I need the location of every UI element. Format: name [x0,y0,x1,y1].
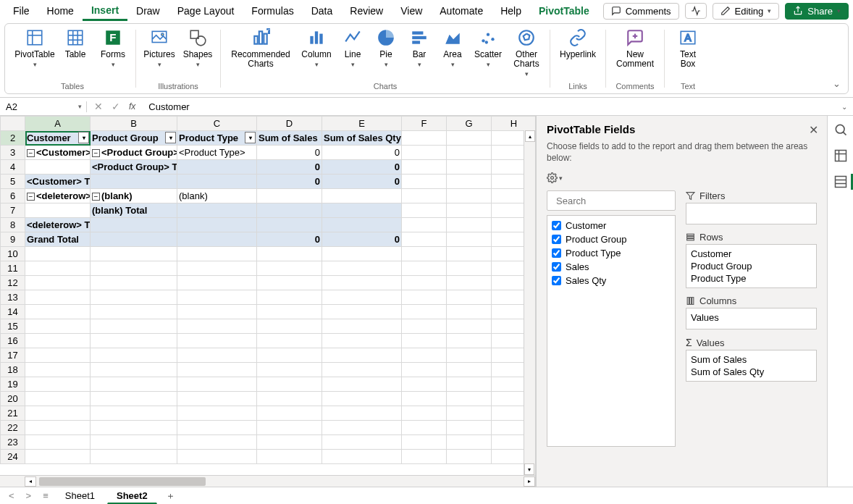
search-input[interactable] [556,196,678,206]
cell-B6[interactable]: −(blank) [91,189,177,203]
col-header-A[interactable]: A [25,117,91,131]
cell-D9[interactable]: 0 [257,232,322,247]
values-item-sum-sales[interactable]: Sum of Sales [691,353,812,366]
col-header-B[interactable]: B [91,117,177,131]
sheet-next-button[interactable]: > [22,490,36,501]
tab-data[interactable]: Data [303,2,342,20]
tab-file[interactable]: File [4,2,38,20]
cell-E4[interactable]: 0 [322,160,402,175]
rail-pivot-button[interactable] [833,148,849,164]
name-box[interactable]: A2▾ [0,101,87,112]
sheet-prev-button[interactable]: < [4,490,19,501]
cell-E9[interactable]: 0 [322,232,402,247]
tab-home[interactable]: Home [38,2,83,20]
filter-dropdown-product-type[interactable]: ▾ [245,132,256,143]
collapse-icon[interactable]: − [27,149,35,157]
collapse-icon[interactable]: − [92,149,100,157]
cell-D2[interactable]: Sum of Sales [257,131,322,146]
rows-dropzone[interactable]: Customer Product Group Product Type [686,244,817,288]
row-3[interactable]: 3 −<Customer> −<Product Group> <Product … [1,146,537,160]
filter-dropdown-customer[interactable]: ▾ [78,132,89,143]
tab-review[interactable]: Review [341,2,392,20]
cell-D4[interactable]: 0 [257,160,322,175]
activity-button[interactable] [685,3,707,19]
rows-item-product-group[interactable]: Product Group [691,260,812,272]
share-button[interactable]: Share ▾ [785,3,849,20]
tab-pivottable[interactable]: PivotTable [530,2,598,20]
area-chart-button[interactable]: Area▾ [440,27,466,68]
cell-D3[interactable]: 0 [257,146,322,160]
cell-A8[interactable]: <deleterow> Total [25,218,91,232]
cell-B3[interactable]: −<Product Group> [91,146,177,160]
row-5[interactable]: 5 <Customer> Total 0 0 [1,175,537,189]
sheet-tab-sheet2[interactable]: Sheet2 [107,488,157,504]
cell-B7[interactable]: (blank) Total [91,203,177,218]
col-header-H[interactable]: H [492,117,537,131]
field-customer[interactable]: Customer [552,219,671,232]
sheet-tab-sheet1[interactable]: Sheet1 [56,488,104,503]
other-charts-button[interactable]: Other Charts▾ [510,27,542,77]
panel-settings-button[interactable]: ▾ [547,172,563,183]
cell-C6[interactable]: (blank) [177,189,257,203]
pie-chart-button[interactable]: Pie▾ [373,27,399,68]
row-7[interactable]: 7 (blank) Total [1,203,537,218]
field-list[interactable]: Customer Product Group Product Type Sale… [547,215,676,447]
tab-page-layout[interactable]: Page Layout [169,2,243,20]
recommended-charts-button[interactable]: ? Recommended Charts [228,27,293,69]
rail-search-button[interactable] [833,122,849,138]
pivottable-button[interactable]: PivotTable▾ [17,27,53,68]
cell-A6[interactable]: −<deleterow> [25,189,91,203]
table-button[interactable]: Table [60,27,91,59]
cell-A3[interactable]: −<Customer> [25,146,91,160]
vertical-scrollbar[interactable]: ▴▾ [524,130,535,475]
col-header-G[interactable]: G [447,117,492,131]
field-product-group[interactable]: Product Group [552,232,671,246]
select-all-corner[interactable] [1,117,25,131]
close-panel-button[interactable]: ✕ [809,123,818,137]
new-comment-button[interactable]: New Comment [613,27,657,69]
rail-fields-button[interactable] [833,174,849,190]
tab-view[interactable]: View [392,2,431,20]
field-sales[interactable]: Sales [552,260,671,274]
col-header-D[interactable]: D [257,117,322,131]
comments-button[interactable]: Comments [603,3,679,20]
field-search-box[interactable] [547,190,676,211]
values-item-sum-sales-qty[interactable]: Sum of Sales Qty [691,366,812,378]
tab-help[interactable]: Help [492,2,530,20]
line-chart-button[interactable]: Line▾ [340,27,366,68]
cell-B4[interactable]: <Product Group> Total [91,160,177,175]
text-box-button[interactable]: A Text Box [672,27,704,69]
filter-dropdown-product-group[interactable]: ▾ [165,132,176,143]
cell-A2[interactable]: Customer▾ [25,131,91,146]
collapse-icon[interactable]: − [92,193,100,201]
hyperlink-button[interactable]: Hyperlink [558,27,598,59]
editing-mode-button[interactable]: Editing ▾ [713,3,780,20]
cell-E5[interactable]: 0 [322,175,402,189]
add-sheet-button[interactable]: ＋ [160,490,181,503]
tab-draw[interactable]: Draw [127,2,169,20]
cell-A5[interactable]: <Customer> Total [25,175,91,189]
cancel-formula-icon[interactable]: ✕ [94,101,103,112]
field-product-type[interactable]: Product Type [552,246,671,260]
sheet-all-button[interactable]: ≡ [38,490,53,501]
columns-item-values[interactable]: Values [691,311,812,324]
forms-button[interactable]: F Forms▾ [98,27,128,68]
cell-B2[interactable]: Product Group▾ [91,131,177,146]
cell-E2[interactable]: Sum of Sales Qty [322,131,402,146]
spreadsheet-grid[interactable]: A B C D E F G H 2 Customer▾ Product Grou… [0,116,536,487]
row-6[interactable]: 6 −<deleterow> −(blank) (blank) [1,189,537,203]
col-header-F[interactable]: F [402,117,447,131]
rows-item-customer[interactable]: Customer [691,248,812,260]
row-8[interactable]: 8 <deleterow> Total [1,218,537,232]
column-chart-button[interactable]: Column▾ [301,27,332,68]
bar-chart-button[interactable]: Bar▾ [406,27,432,68]
tab-insert[interactable]: Insert [83,1,127,21]
tab-formulas[interactable]: Formulas [243,2,302,20]
values-dropzone[interactable]: Sum of Sales Sum of Sales Qty [686,350,817,382]
cell-C3[interactable]: <Product Type> [177,146,257,160]
cell-E3[interactable]: 0 [322,146,402,160]
col-header-C[interactable]: C [177,117,257,131]
shapes-button[interactable]: Shapes▾ [182,27,213,68]
row-2[interactable]: 2 Customer▾ Product Group▾ Product Type▾… [1,131,537,146]
cell-A9[interactable]: Grand Total [25,232,91,247]
